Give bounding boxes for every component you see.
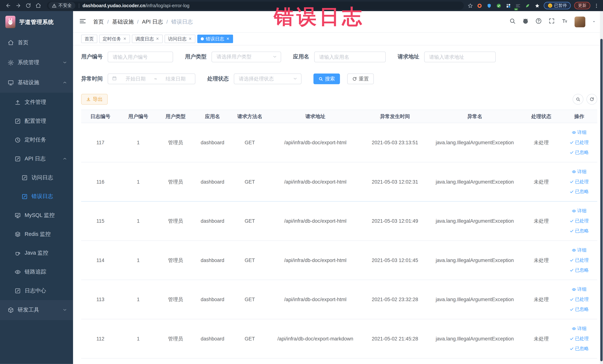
process-status-select[interactable]: 请选择处理状态 bbox=[234, 73, 302, 84]
monitor-icon bbox=[8, 80, 14, 86]
reload-icon[interactable] bbox=[23, 1, 33, 10]
tab-schedule-log[interactable]: 调度日志 bbox=[132, 35, 163, 43]
app-name-input[interactable] bbox=[314, 52, 386, 62]
extension-icon-shield[interactable] bbox=[486, 2, 492, 9]
search-icon[interactable] bbox=[509, 18, 516, 26]
hamburger-icon[interactable] bbox=[79, 17, 86, 26]
mark-processed-link[interactable]: 已处理 bbox=[570, 296, 589, 303]
detail-link[interactable]: 详细 bbox=[572, 247, 587, 254]
extension-icon-proxy[interactable]: on bbox=[515, 2, 521, 9]
mark-ignored-link[interactable]: 已忽略 bbox=[570, 306, 589, 313]
extension-icon-ring[interactable] bbox=[476, 2, 483, 9]
mark-ignored-link[interactable]: 已忽略 bbox=[570, 345, 589, 352]
search-button[interactable]: 搜索 bbox=[313, 73, 340, 84]
extension-icon-green-circle[interactable] bbox=[496, 2, 502, 9]
breadcrumb-home[interactable]: 首页 bbox=[93, 18, 104, 25]
close-icon[interactable] bbox=[226, 36, 230, 42]
refresh-table-button[interactable] bbox=[587, 94, 597, 105]
reset-button[interactable]: 重置 bbox=[347, 73, 374, 84]
sidebar-item-trace[interactable]: 链路追踪 bbox=[0, 262, 73, 281]
sidebar-item-redis-monitor[interactable]: Redis 监控 bbox=[0, 225, 73, 244]
detail-link[interactable]: 详细 bbox=[572, 208, 587, 214]
extension-badge: on bbox=[514, 8, 518, 10]
extension-icon-leaf[interactable] bbox=[525, 2, 531, 9]
clock-icon bbox=[15, 137, 21, 143]
close-icon[interactable] bbox=[188, 36, 192, 42]
home-icon[interactable] bbox=[33, 1, 43, 10]
mark-ignored-link[interactable]: 已忽略 bbox=[570, 267, 589, 273]
export-button[interactable]: 导出 bbox=[81, 94, 108, 105]
request-url-input[interactable] bbox=[424, 52, 496, 62]
sidebar-item-error-log[interactable]: 错误日志 bbox=[0, 187, 73, 206]
mark-ignored-link[interactable]: 已忽略 bbox=[570, 149, 589, 156]
browser-menu-icon[interactable] bbox=[594, 3, 599, 8]
active-tab-dot bbox=[201, 37, 204, 40]
detail-link[interactable]: 详细 bbox=[572, 325, 587, 332]
sidebar-item-home[interactable]: 首页 bbox=[0, 33, 73, 53]
address-bar[interactable]: 不安全 dashboard.yudao.iocoder.cn/infra/log… bbox=[47, 1, 464, 10]
mark-processed-link[interactable]: 已处理 bbox=[570, 178, 589, 185]
extension-icon-grid[interactable] bbox=[505, 2, 511, 9]
table-row: 112 1 管理员 dashboard GET /api/infra/db-do… bbox=[81, 319, 597, 359]
detail-link[interactable]: 详细 bbox=[572, 169, 587, 175]
chevron-up-icon bbox=[63, 80, 67, 86]
eye-icon bbox=[572, 327, 576, 331]
sidebar-item-java-monitor[interactable]: Java 监控 bbox=[0, 244, 73, 262]
app-logo[interactable]: 芋道管理系统 bbox=[0, 11, 73, 33]
sidebar-item-api-log[interactable]: API 日志 bbox=[0, 149, 73, 168]
tab-scheduled-tasks[interactable]: 定时任务 bbox=[99, 35, 130, 43]
exception-time-range-picker[interactable]: 开始日期 ~ 结束日期 bbox=[108, 73, 195, 84]
security-label: 不安全 bbox=[58, 3, 72, 9]
mark-processed-link[interactable]: 已处理 bbox=[570, 257, 589, 263]
sidebar-item-infrastructure[interactable]: 基础设施 bbox=[0, 73, 73, 93]
user-avatar[interactable] bbox=[574, 16, 585, 27]
detail-link[interactable]: 详细 bbox=[572, 286, 587, 293]
mark-processed-link[interactable]: 已处理 bbox=[570, 139, 589, 146]
mark-ignored-link[interactable]: 已忽略 bbox=[570, 188, 589, 195]
tab-home[interactable]: 首页 bbox=[81, 35, 97, 43]
github-icon[interactable] bbox=[522, 18, 529, 26]
fullscreen-icon[interactable] bbox=[548, 18, 555, 26]
warning-icon bbox=[52, 3, 57, 8]
log-icon bbox=[22, 175, 28, 181]
browser-update-button[interactable]: 更新 bbox=[574, 2, 590, 9]
scrollbar-thumb[interactable] bbox=[600, 39, 603, 361]
bookmark-star-icon[interactable] bbox=[468, 3, 473, 8]
breadcrumb-infrastructure[interactable]: 基础设施 bbox=[112, 18, 134, 25]
mark-processed-link[interactable]: 已处理 bbox=[570, 218, 589, 224]
forward-icon[interactable] bbox=[13, 1, 23, 10]
sidebar-item-access-log[interactable]: 访问日志 bbox=[0, 168, 73, 187]
sidebar-item-log-center[interactable]: 日志中心 bbox=[0, 281, 73, 300]
sidebar-item-config-management[interactable]: 配置管理 bbox=[0, 112, 73, 130]
check-icon bbox=[570, 347, 574, 351]
sidebar-item-dev-tools[interactable]: 研发工具 bbox=[0, 300, 73, 320]
chevron-down-icon bbox=[63, 307, 67, 313]
detail-link[interactable]: 详细 bbox=[572, 129, 587, 136]
check-icon bbox=[570, 140, 574, 145]
smiley-icon bbox=[548, 3, 553, 8]
sidebar-item-file-management[interactable]: 文件管理 bbox=[0, 93, 73, 112]
back-icon[interactable] bbox=[3, 1, 13, 10]
help-icon[interactable] bbox=[535, 18, 542, 26]
sidebar-item-system-management[interactable]: 系统管理 bbox=[0, 53, 73, 73]
caret-down-icon[interactable] bbox=[592, 18, 596, 25]
user-type-select[interactable]: 请选择用户类型 bbox=[211, 52, 281, 62]
sidebar-item-mysql-monitor[interactable]: MySQL 监控 bbox=[0, 206, 73, 225]
toggle-search-button[interactable] bbox=[573, 94, 583, 105]
security-chip[interactable]: 不安全 bbox=[48, 2, 75, 9]
request-url-label: 请求地址 bbox=[398, 53, 419, 60]
scrollbar[interactable] bbox=[600, 11, 603, 364]
sidebar-item-scheduled-tasks[interactable]: 定时任务 bbox=[0, 130, 73, 149]
tab-error-log[interactable]: 错误日志 bbox=[197, 35, 233, 43]
extension-icon-puzzle[interactable] bbox=[534, 2, 540, 9]
close-icon[interactable] bbox=[156, 36, 159, 42]
font-size-icon[interactable] bbox=[561, 18, 568, 26]
user-id-input[interactable] bbox=[108, 52, 173, 62]
close-icon[interactable] bbox=[123, 36, 127, 42]
page-url[interactable]: dashboard.yudao.iocoder.cn/infra/log/api… bbox=[82, 3, 189, 8]
breadcrumb-api-log[interactable]: API 日志 bbox=[142, 18, 163, 25]
mark-ignored-link[interactable]: 已忽略 bbox=[570, 228, 589, 234]
tab-access-log[interactable]: 访问日志 bbox=[165, 35, 195, 43]
profile-paused-badge[interactable]: 已暂停 bbox=[544, 2, 571, 9]
mark-processed-link[interactable]: 已处理 bbox=[570, 335, 589, 342]
